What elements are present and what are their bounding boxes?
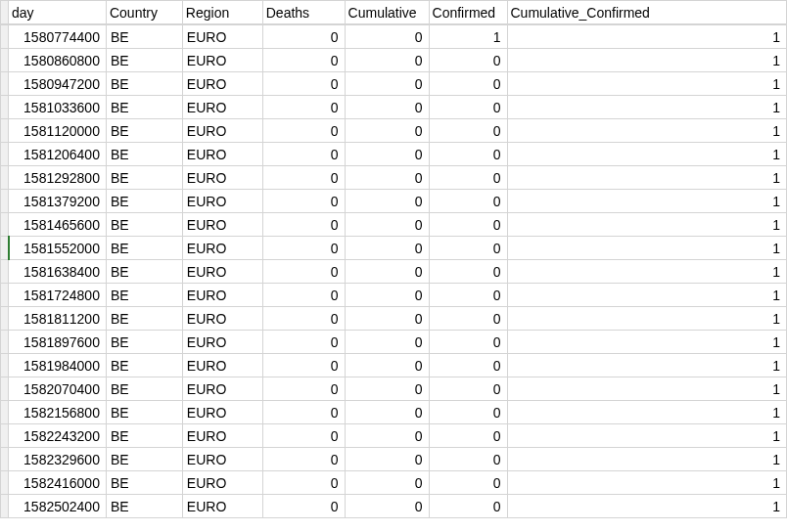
row-marker[interactable] [1, 72, 9, 96]
row-marker[interactable] [1, 377, 9, 401]
cell-cumulative-confirmed[interactable]: 1 [507, 354, 787, 377]
cell-confirmed[interactable]: 1 [429, 25, 507, 49]
cell-region[interactable]: EURO [182, 190, 262, 213]
cell-confirmed[interactable]: 0 [429, 448, 507, 471]
cell-day[interactable]: 1581033600 [9, 96, 107, 119]
header-region[interactable]: Region [182, 1, 262, 24]
cell-cumulative-confirmed[interactable]: 1 [507, 119, 787, 143]
row-marker[interactable] [1, 96, 9, 119]
cell-cumulative-deaths[interactable]: 0 [345, 119, 429, 143]
cell-region[interactable]: EURO [182, 237, 262, 260]
cell-day[interactable]: 1582243200 [9, 424, 107, 448]
row-marker[interactable] [1, 25, 9, 49]
cell-deaths[interactable]: 0 [262, 471, 345, 495]
cell-confirmed[interactable]: 0 [429, 119, 507, 143]
row-marker[interactable] [1, 260, 9, 284]
cell-day[interactable]: 1580947200 [9, 72, 107, 96]
cell-cumulative-confirmed[interactable]: 1 [507, 49, 787, 72]
cell-country[interactable]: BE [106, 471, 182, 495]
cell-confirmed[interactable]: 0 [429, 331, 507, 354]
cell-confirmed[interactable]: 0 [429, 166, 507, 190]
cell-cumulative-deaths[interactable]: 0 [345, 25, 429, 49]
cell-deaths[interactable]: 0 [262, 96, 345, 119]
cell-country[interactable]: BE [106, 119, 182, 143]
cell-country[interactable]: BE [106, 49, 182, 72]
cell-cumulative-confirmed[interactable]: 1 [507, 307, 787, 331]
row-marker[interactable] [1, 401, 9, 424]
cell-cumulative-deaths[interactable]: 0 [345, 284, 429, 307]
cell-region[interactable]: EURO [182, 448, 262, 471]
cell-country[interactable]: BE [106, 495, 182, 518]
cell-day[interactable]: 1581120000 [9, 119, 107, 143]
cell-region[interactable]: EURO [182, 471, 262, 495]
cell-confirmed[interactable]: 0 [429, 307, 507, 331]
row-marker[interactable] [1, 119, 9, 143]
cell-region[interactable]: EURO [182, 331, 262, 354]
cell-cumulative-deaths[interactable]: 0 [345, 49, 429, 72]
cell-cumulative-deaths[interactable]: 0 [345, 377, 429, 401]
cell-cumulative-confirmed[interactable]: 1 [507, 284, 787, 307]
row-marker[interactable] [1, 307, 9, 331]
cell-day[interactable]: 1581292800 [9, 166, 107, 190]
cell-deaths[interactable]: 0 [262, 377, 345, 401]
cell-cumulative-deaths[interactable]: 0 [345, 143, 429, 166]
cell-region[interactable]: EURO [182, 401, 262, 424]
header-confirmed[interactable]: Confirmed [429, 1, 507, 24]
cell-country[interactable]: BE [106, 354, 182, 377]
cell-day[interactable]: 1582156800 [9, 401, 107, 424]
cell-confirmed[interactable]: 0 [429, 72, 507, 96]
cell-deaths[interactable]: 0 [262, 166, 345, 190]
header-day[interactable]: day [9, 1, 107, 24]
cell-day[interactable]: 1581724800 [9, 284, 107, 307]
cell-region[interactable]: EURO [182, 377, 262, 401]
header-cumulative-deaths[interactable]: Cumulative [345, 1, 429, 24]
cell-cumulative-deaths[interactable]: 0 [345, 96, 429, 119]
cell-region[interactable]: EURO [182, 72, 262, 96]
cell-cumulative-confirmed[interactable]: 1 [507, 96, 787, 119]
cell-deaths[interactable]: 0 [262, 424, 345, 448]
cell-cumulative-confirmed[interactable]: 1 [507, 25, 787, 49]
cell-country[interactable]: BE [106, 143, 182, 166]
cell-day[interactable]: 1581638400 [9, 260, 107, 284]
cell-deaths[interactable]: 0 [262, 331, 345, 354]
cell-country[interactable]: BE [106, 448, 182, 471]
cell-confirmed[interactable]: 0 [429, 260, 507, 284]
cell-day[interactable]: 1581552000 [9, 237, 107, 260]
cell-day[interactable]: 1581206400 [9, 143, 107, 166]
cell-day[interactable]: 1582070400 [9, 377, 107, 401]
cell-day[interactable]: 1580860800 [9, 49, 107, 72]
cell-cumulative-deaths[interactable]: 0 [345, 448, 429, 471]
cell-deaths[interactable]: 0 [262, 354, 345, 377]
cell-day[interactable]: 1581984000 [9, 354, 107, 377]
cell-region[interactable]: EURO [182, 213, 262, 237]
row-marker[interactable] [1, 190, 9, 213]
cell-cumulative-confirmed[interactable]: 1 [507, 213, 787, 237]
cell-region[interactable]: EURO [182, 25, 262, 49]
row-marker[interactable] [1, 166, 9, 190]
cell-deaths[interactable]: 0 [262, 213, 345, 237]
cell-day[interactable]: 1582329600 [9, 448, 107, 471]
cell-cumulative-deaths[interactable]: 0 [345, 190, 429, 213]
cell-cumulative-confirmed[interactable]: 1 [507, 401, 787, 424]
cell-confirmed[interactable]: 0 [429, 237, 507, 260]
cell-region[interactable]: EURO [182, 424, 262, 448]
cell-cumulative-confirmed[interactable]: 1 [507, 260, 787, 284]
cell-deaths[interactable]: 0 [262, 143, 345, 166]
header-country[interactable]: Country [106, 1, 182, 24]
cell-country[interactable]: BE [106, 213, 182, 237]
cell-region[interactable]: EURO [182, 354, 262, 377]
cell-cumulative-deaths[interactable]: 0 [345, 401, 429, 424]
cell-deaths[interactable]: 0 [262, 72, 345, 96]
cell-cumulative-confirmed[interactable]: 1 [507, 331, 787, 354]
cell-day[interactable]: 1581811200 [9, 307, 107, 331]
cell-confirmed[interactable]: 0 [429, 190, 507, 213]
row-marker[interactable] [1, 448, 9, 471]
cell-cumulative-deaths[interactable]: 0 [345, 424, 429, 448]
cell-deaths[interactable]: 0 [262, 190, 345, 213]
cell-confirmed[interactable]: 0 [429, 377, 507, 401]
cell-deaths[interactable]: 0 [262, 260, 345, 284]
cell-deaths[interactable]: 0 [262, 307, 345, 331]
cell-country[interactable]: BE [106, 72, 182, 96]
cell-country[interactable]: BE [106, 96, 182, 119]
cell-deaths[interactable]: 0 [262, 401, 345, 424]
